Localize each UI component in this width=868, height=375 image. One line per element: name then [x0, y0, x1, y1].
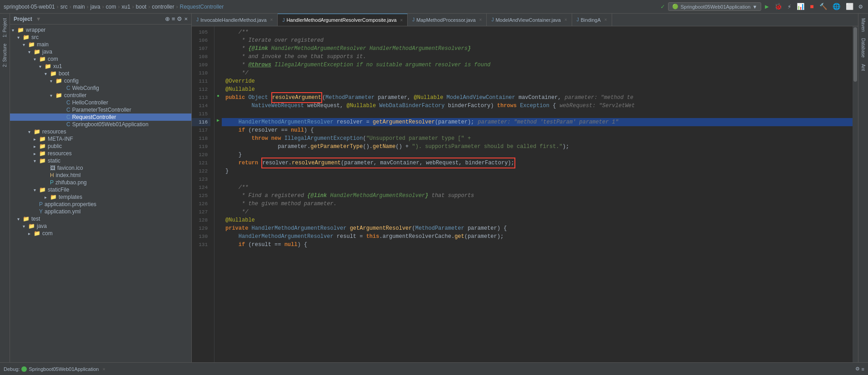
tab-close-icon[interactable]: × — [564, 17, 567, 22]
breadcrumb-controller[interactable]: controller — [152, 4, 174, 10]
tree-item-xu1[interactable]: ▾ 📁 xu1 — [10, 63, 191, 70]
tab-close-icon[interactable]: × — [479, 17, 482, 22]
sidebar-toolbar-locate[interactable]: ⊕ — [165, 15, 170, 22]
run-config-dropdown-icon[interactable]: ▼ — [752, 4, 757, 10]
tree-item-test-java[interactable]: ▾ 📁 java — [10, 222, 191, 230]
tab-handler-resolver[interactable]: J HandlerMethodArgumentResolverComposite… — [278, 14, 408, 26]
run-button[interactable]: ▶ — [763, 2, 770, 11]
tab-invocable-handler[interactable]: J InvocableHandlerMethod.java × — [192, 14, 278, 26]
tree-item-static-file[interactable]: ▾ 📁 staticFile — [10, 186, 191, 193]
breadcrumb-file[interactable]: RequestController — [180, 4, 224, 10]
gutter-129 — [215, 222, 222, 231]
code-kw: null — [284, 241, 298, 249]
sidebar-toolbar-collapse[interactable]: ≡ — [172, 15, 175, 22]
translate-button[interactable]: 🌐 — [831, 2, 842, 11]
tree-item-templates[interactable]: ▸ 📁 templates — [10, 193, 191, 201]
profile-button[interactable]: 📊 — [795, 2, 806, 11]
tree-item-test-com[interactable]: ▸ 📁 com — [10, 230, 191, 237]
tree-item-favicon[interactable]: ▸ 🖼 favicon.ico — [10, 164, 191, 172]
tree-item-controller[interactable]: ▾ 📁 controller — [10, 92, 191, 99]
code-content-area[interactable]: /** * Iterate over registered * {@link H… — [222, 26, 853, 362]
breadcrumb-project[interactable]: springboot-05-web01 — [4, 4, 55, 10]
tree-item-request-controller[interactable]: ▸ C RequestController — [10, 113, 191, 121]
arrow-icon: ▾ — [28, 49, 34, 54]
tree-item-zhifubao[interactable]: ▸ P zhifubao.png — [10, 179, 191, 186]
tree-item-app-yml[interactable]: ▸ Y application.yml — [10, 208, 191, 215]
gutter-112 — [215, 84, 222, 92]
line-num-116: 116 — [192, 118, 210, 126]
coverage-button[interactable]: ⚡ — [786, 2, 793, 11]
left-tab-project[interactable]: 1: Project — [1, 15, 8, 40]
tree-item-config[interactable]: ▾ 📁 config — [10, 77, 191, 84]
right-tab-database[interactable]: Database — [860, 35, 867, 60]
tree-item-main[interactable]: ▾ 📁 main — [10, 41, 191, 48]
inline-hint: parameter: "method 'testParam' parameter… — [478, 118, 619, 126]
tree-item-resources-sub[interactable]: ▸ 📁 resources — [10, 150, 191, 157]
gutter-122 — [215, 165, 222, 173]
tree-item-app-properties[interactable]: ▸ P application.properties — [10, 201, 191, 208]
tree-label-xu1: xu1 — [53, 63, 62, 69]
tree-item-webconfig[interactable]: ▸ C WebConfig — [10, 84, 191, 92]
tab-binding-a[interactable]: J BindingA × — [572, 14, 612, 26]
settings-button[interactable]: ⚙ — [857, 2, 864, 11]
tree-item-src[interactable]: ▾ 📁 src — [10, 34, 191, 41]
sidebar-toolbar-settings[interactable]: ⚙ — [177, 15, 182, 22]
tree-item-boot[interactable]: ▾ 📁 boot — [10, 70, 191, 77]
tree-item-public[interactable]: ▸ 📁 public — [10, 143, 191, 150]
editor-scrollbar[interactable] — [853, 26, 858, 362]
tree-item-param-controller[interactable]: ▸ C ParameterTestController — [10, 106, 191, 113]
settings-gear-icon[interactable]: ⚙ — [855, 366, 860, 372]
maximize-button[interactable]: ⬜ — [844, 2, 855, 11]
scrollbar-thumb[interactable] — [853, 27, 857, 82]
tree-item-static[interactable]: ▾ 📁 static — [10, 157, 191, 164]
tree-item-app[interactable]: ▸ C Springboot05Web01Application — [10, 121, 191, 128]
code-text: ) { — [304, 126, 314, 134]
code-text: (parameter, mavContainer, webRequest, bi… — [341, 160, 514, 166]
tree-label-meta-inf: META-INF — [48, 136, 73, 142]
code-text: } — [425, 192, 428, 200]
gutter-111 — [215, 75, 222, 84]
breadcrumb-xu1[interactable]: xu1 — [121, 4, 130, 10]
breadcrumb-src[interactable]: src — [60, 4, 68, 10]
bottom-menu-icon[interactable]: ≡ — [862, 366, 864, 372]
tree-label-com: com — [48, 56, 58, 62]
left-tab-structure[interactable]: 2: Structure — [1, 41, 8, 70]
tree-item-meta-inf[interactable]: ▸ 📁 META-INF — [10, 135, 191, 143]
breadcrumb-boot[interactable]: boot — [136, 4, 146, 10]
code-text: result = — [337, 232, 366, 241]
gutter-114 — [215, 100, 222, 108]
right-tab-ant[interactable]: Ant — [860, 61, 867, 74]
tree-item-java[interactable]: ▾ 📁 java — [10, 48, 191, 55]
debug-button[interactable]: 🐞 — [773, 2, 784, 11]
code-type: ModelAndViewContainer — [447, 94, 519, 102]
tree-item-wrapper[interactable]: ▾ 📁 wrapper — [10, 26, 191, 34]
sidebar-toolbar-close[interactable]: × — [184, 15, 188, 22]
breadcrumb-main[interactable]: main — [73, 4, 85, 10]
code-annotation: @Nullable — [414, 94, 447, 102]
stop-button[interactable]: ■ — [808, 2, 815, 11]
breadcrumb-java[interactable]: java — [90, 4, 100, 10]
tree-item-com[interactable]: ▾ 📁 com — [10, 55, 191, 63]
code-text: parameter) { — [468, 224, 507, 232]
tree-item-resources[interactable]: ▾ 📁 resources — [10, 128, 191, 135]
build-button[interactable]: 🔨 — [818, 2, 829, 11]
code-text: */ — [225, 69, 248, 77]
tree-item-test[interactable]: ▾ 📁 test — [10, 215, 191, 222]
arrow-placeholder: ▸ — [61, 115, 66, 120]
tree-item-index-html[interactable]: ▸ H index.html — [10, 172, 191, 179]
tab-close-icon[interactable]: × — [400, 18, 403, 23]
sidebar-dropdown-icon[interactable]: ▼ — [36, 16, 41, 22]
code-type: HandlerMethodArgumentResolver — [239, 232, 337, 241]
tree-item-hello-controller[interactable]: ▸ C HelloController — [10, 99, 191, 106]
tab-map-method[interactable]: J MapMethodProcessor.java × — [408, 14, 487, 26]
breadcrumb-com[interactable]: com — [106, 4, 116, 10]
tab-close-icon[interactable]: × — [604, 17, 607, 22]
debug-app-name[interactable]: Springboot05Web01Application — [29, 366, 99, 372]
tab-close-icon[interactable]: × — [270, 17, 273, 22]
editor-tabs-bar: J InvocableHandlerMethod.java × J Handle… — [192, 14, 858, 26]
tab-model-and-view[interactable]: J ModelAndViewContainer.java × — [487, 14, 572, 26]
folder-icon: 📁 — [23, 34, 30, 40]
run-config-selector[interactable]: 🟢 Springboot05Web01Application ▼ — [668, 2, 761, 11]
right-tab-maven[interactable]: Maven — [860, 15, 867, 35]
debug-close-icon[interactable]: × — [102, 366, 105, 372]
